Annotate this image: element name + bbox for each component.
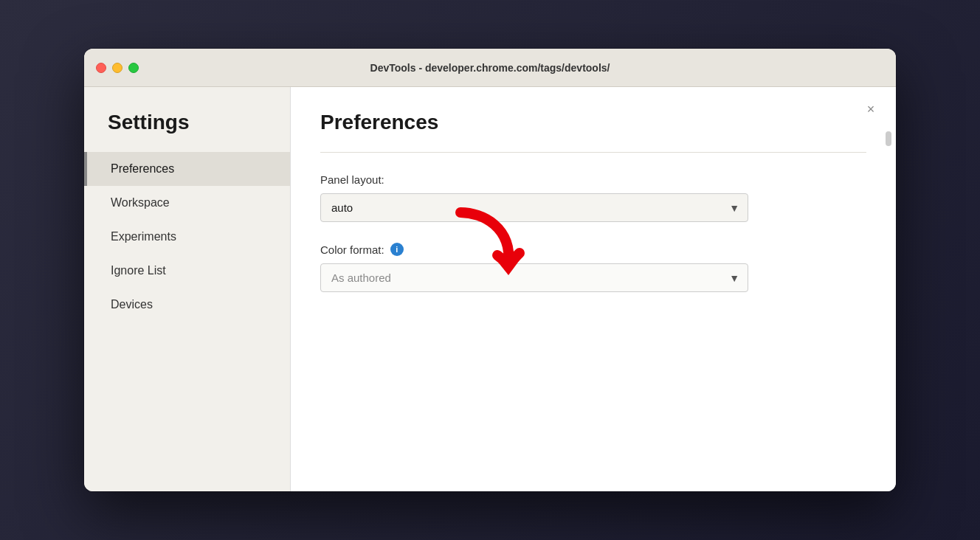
content-area: Settings Preferences Workspace Experimen… bbox=[84, 87, 896, 491]
sidebar: Settings Preferences Workspace Experimen… bbox=[84, 87, 291, 491]
settings-heading: Settings bbox=[84, 111, 290, 152]
color-format-label: Color format: bbox=[320, 243, 384, 256]
maximize-traffic-light[interactable] bbox=[128, 63, 139, 73]
panel-layout-group: Panel layout: auto horizontal vertical ▼ bbox=[320, 173, 866, 222]
color-format-select[interactable]: As authored HEX RGB HSL bbox=[320, 263, 748, 292]
color-format-info-icon[interactable]: i bbox=[390, 243, 404, 256]
main-panel: × Preferences Panel layout: auto horizon… bbox=[291, 87, 896, 491]
scrollbar[interactable] bbox=[886, 131, 891, 146]
desktop-background: DevTools - developer.chrome.com/tags/dev… bbox=[0, 0, 980, 540]
panel-layout-select[interactable]: auto horizontal vertical bbox=[320, 193, 748, 222]
panel-layout-select-wrapper: auto horizontal vertical ▼ bbox=[320, 193, 748, 222]
browser-window: DevTools - developer.chrome.com/tags/dev… bbox=[84, 49, 896, 491]
panel-title: Preferences bbox=[320, 111, 866, 134]
close-traffic-light[interactable] bbox=[96, 63, 106, 73]
divider bbox=[320, 152, 866, 153]
sidebar-item-workspace[interactable]: Workspace bbox=[84, 186, 290, 220]
sidebar-item-devices[interactable]: Devices bbox=[84, 288, 290, 322]
titlebar: DevTools - developer.chrome.com/tags/dev… bbox=[84, 49, 896, 87]
color-format-group: Color format: i As authored HEX RGB HSL … bbox=[320, 243, 866, 292]
panel-layout-label: Panel layout: bbox=[320, 173, 866, 186]
traffic-lights bbox=[96, 63, 139, 73]
titlebar-title: DevTools - developer.chrome.com/tags/dev… bbox=[370, 62, 610, 74]
minimize-traffic-light[interactable] bbox=[112, 63, 122, 73]
sidebar-item-preferences[interactable]: Preferences bbox=[84, 152, 290, 186]
color-format-select-wrapper: As authored HEX RGB HSL ▼ bbox=[320, 263, 748, 292]
sidebar-item-experiments[interactable]: Experiments bbox=[84, 220, 290, 254]
color-format-label-row: Color format: i bbox=[320, 243, 866, 256]
close-button[interactable]: × bbox=[860, 99, 881, 120]
sidebar-item-ignore-list[interactable]: Ignore List bbox=[84, 254, 290, 288]
